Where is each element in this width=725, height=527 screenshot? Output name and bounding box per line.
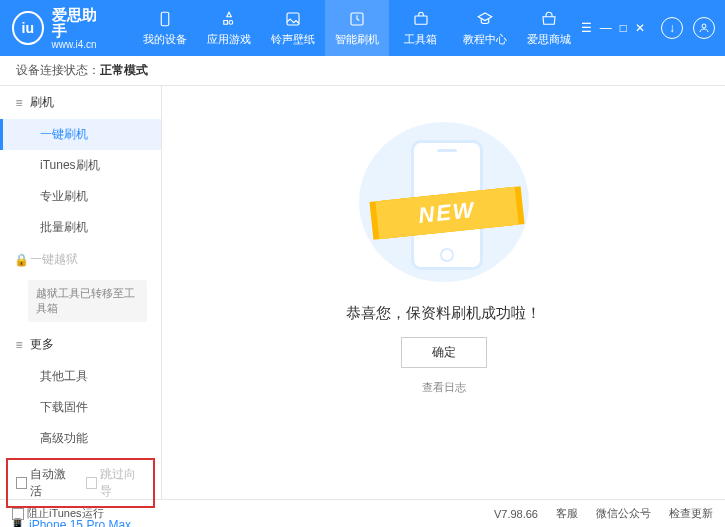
apps-icon bbox=[219, 9, 239, 29]
store-icon bbox=[539, 9, 559, 29]
checkbox-text: 阻止iTunes运行 bbox=[27, 506, 104, 521]
nav-apps[interactable]: 应用游戏 bbox=[197, 0, 261, 56]
nav-label: 教程中心 bbox=[463, 32, 507, 47]
chevron-icon: ≡ bbox=[14, 96, 24, 110]
brand-title: 爱思助手 bbox=[52, 7, 107, 39]
nav-label: 应用游戏 bbox=[207, 32, 251, 47]
toolbox-icon bbox=[411, 9, 431, 29]
svg-point-4 bbox=[702, 24, 706, 28]
ok-button[interactable]: 确定 bbox=[401, 337, 487, 368]
sidebar-item-onekey[interactable]: 一键刷机 bbox=[0, 119, 161, 150]
sidebar-item-pro[interactable]: 专业刷机 bbox=[0, 181, 161, 212]
sidebar-item-firmware[interactable]: 下载固件 bbox=[0, 392, 161, 423]
highlight-box: 自动激活 跳过向导 bbox=[6, 458, 155, 508]
nav-store[interactable]: 爱思商城 bbox=[517, 0, 581, 56]
status-prefix: 设备连接状态： bbox=[16, 62, 100, 79]
wallpaper-icon bbox=[283, 9, 303, 29]
device-icon bbox=[155, 9, 175, 29]
download-button[interactable]: ↓ bbox=[661, 17, 683, 39]
main-nav: 我的设备 应用游戏 铃声壁纸 智能刷机 工具箱 教程中心 爱思商城 bbox=[133, 0, 581, 56]
minimize-icon[interactable]: — bbox=[600, 21, 612, 35]
status-bar: 设备连接状态： 正常模式 bbox=[0, 56, 725, 86]
checkbox-text: 跳过向导 bbox=[100, 466, 145, 500]
user-button[interactable] bbox=[693, 17, 715, 39]
group-label: 刷机 bbox=[30, 94, 54, 111]
nav-toolbox[interactable]: 工具箱 bbox=[389, 0, 453, 56]
lock-icon: 🔒 bbox=[14, 253, 24, 267]
success-illustration: NEW bbox=[359, 122, 529, 282]
menu-icon[interactable]: ☰ bbox=[581, 21, 592, 35]
status-value: 正常模式 bbox=[100, 62, 148, 79]
sidebar-item-itunes[interactable]: iTunes刷机 bbox=[0, 150, 161, 181]
nav-label: 爱思商城 bbox=[527, 32, 571, 47]
checkbox-icon bbox=[16, 477, 27, 489]
checkbox-skip-guide: 跳过向导 bbox=[86, 466, 146, 500]
nav-label: 智能刷机 bbox=[335, 32, 379, 47]
checkbox-icon bbox=[86, 477, 97, 489]
view-log-link[interactable]: 查看日志 bbox=[422, 380, 466, 395]
footer-wechat-link[interactable]: 微信公众号 bbox=[596, 506, 651, 521]
footer-update-link[interactable]: 检查更新 bbox=[669, 506, 713, 521]
version-label: V7.98.66 bbox=[494, 508, 538, 520]
footer-service-link[interactable]: 客服 bbox=[556, 506, 578, 521]
nav-label: 工具箱 bbox=[404, 32, 437, 47]
nav-ringtones[interactable]: 铃声壁纸 bbox=[261, 0, 325, 56]
brand-subtitle: www.i4.cn bbox=[52, 39, 107, 50]
nav-label: 我的设备 bbox=[143, 32, 187, 47]
maximize-icon[interactable]: □ bbox=[620, 21, 627, 35]
nav-flash[interactable]: 智能刷机 bbox=[325, 0, 389, 56]
success-message: 恭喜您，保资料刷机成功啦！ bbox=[346, 304, 541, 323]
checkbox-text: 自动激活 bbox=[30, 466, 75, 500]
group-label: 更多 bbox=[30, 336, 54, 353]
jailbreak-note: 越狱工具已转移至工具箱 bbox=[28, 280, 147, 322]
tutorial-icon bbox=[475, 9, 495, 29]
sidebar-item-batch[interactable]: 批量刷机 bbox=[0, 212, 161, 243]
sidebar-group-jailbreak: 🔒 一键越狱 bbox=[0, 243, 161, 276]
sidebar-group-more[interactable]: ≡ 更多 bbox=[0, 328, 161, 361]
sidebar-item-other-tools[interactable]: 其他工具 bbox=[0, 361, 161, 392]
sidebar-group-flash[interactable]: ≡ 刷机 bbox=[0, 86, 161, 119]
nav-tutorials[interactable]: 教程中心 bbox=[453, 0, 517, 56]
window-controls: ☰ — □ ✕ bbox=[581, 21, 645, 35]
svg-rect-0 bbox=[161, 12, 169, 26]
sidebar-item-advanced[interactable]: 高级功能 bbox=[0, 423, 161, 454]
group-label: 一键越狱 bbox=[30, 251, 78, 268]
checkbox-auto-activate[interactable]: 自动激活 bbox=[16, 466, 76, 500]
nav-my-device[interactable]: 我的设备 bbox=[133, 0, 197, 56]
main-content: NEW 恭喜您，保资料刷机成功啦！ 确定 查看日志 bbox=[162, 86, 725, 499]
sidebar: ≡ 刷机 一键刷机 iTunes刷机 专业刷机 批量刷机 🔒 一键越狱 越狱工具… bbox=[0, 86, 162, 499]
close-icon[interactable]: ✕ bbox=[635, 21, 645, 35]
app-logo: iu bbox=[12, 11, 44, 45]
brand-block: 爱思助手 www.i4.cn bbox=[52, 7, 107, 50]
checkbox-icon bbox=[12, 508, 24, 520]
nav-label: 铃声壁纸 bbox=[271, 32, 315, 47]
chevron-icon: ≡ bbox=[14, 338, 24, 352]
svg-rect-3 bbox=[415, 16, 427, 24]
svg-rect-1 bbox=[287, 13, 299, 25]
flash-icon bbox=[347, 9, 367, 29]
checkbox-block-itunes[interactable]: 阻止iTunes运行 bbox=[12, 506, 104, 521]
